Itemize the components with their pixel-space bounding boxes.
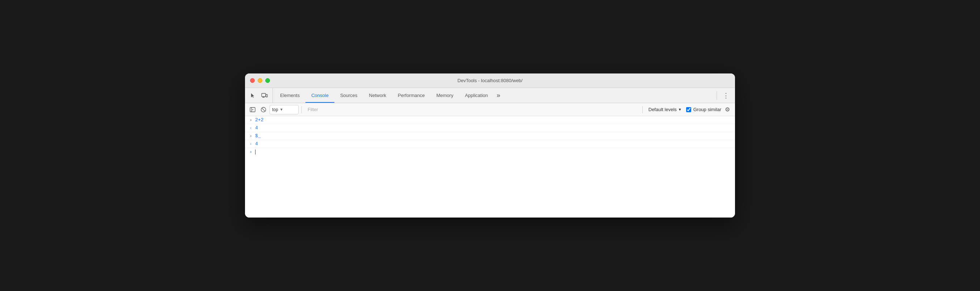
prompt-icon: › [248, 150, 254, 154]
tabbar-right: ⋮ [715, 88, 732, 103]
sidebar-toggle-button[interactable] [248, 105, 257, 114]
chevron-left-icon-2: ‹ [248, 142, 254, 146]
context-selector-arrow: ▼ [280, 108, 283, 111]
console-entry-4: ‹ 4 [245, 140, 735, 148]
tab-bar: Elements Console Sources Network Perform… [245, 88, 735, 103]
toolbar-separator-1 [301, 106, 302, 113]
tab-network[interactable]: Network [363, 88, 392, 103]
console-input-line: › [245, 148, 735, 156]
console-entry-3: › $_ [245, 132, 735, 140]
tab-sources[interactable]: Sources [334, 88, 363, 103]
tab-console[interactable]: Console [305, 88, 334, 103]
chevron-left-icon-1: ‹ [248, 126, 254, 130]
maximize-button[interactable] [265, 78, 270, 83]
tabs: Elements Console Sources Network Perform… [274, 88, 715, 103]
chevron-right-icon-2: › [248, 134, 254, 138]
devtools-window: DevTools - localhost:8080/web/ Elements [245, 73, 735, 218]
toolbar-separator-2 [642, 106, 643, 113]
tab-application[interactable]: Application [459, 88, 494, 103]
console-text-2: 4 [255, 125, 258, 130]
traffic-lights [250, 78, 270, 83]
cursor-icon[interactable] [248, 91, 258, 101]
tab-performance[interactable]: Performance [392, 88, 430, 103]
console-entry-2: ‹ 4 [245, 124, 735, 132]
console-text-1: 2+2 [255, 117, 264, 123]
devtools-menu-button[interactable]: ⋮ [720, 92, 732, 100]
console-input-cursor[interactable] [255, 149, 256, 155]
minimize-button[interactable] [258, 78, 262, 83]
titlebar: DevTools - localhost:8080/web/ [245, 73, 735, 88]
cursor-blink [255, 149, 256, 154]
svg-rect-1 [266, 94, 267, 97]
console-entry-1: › 2+2 [245, 116, 735, 124]
svg-line-8 [262, 108, 265, 111]
group-similar-label: Group similar [694, 107, 721, 112]
group-similar-checkbox[interactable] [686, 107, 691, 112]
console-text-3: $_ [255, 133, 261, 138]
levels-arrow-icon: ▼ [678, 108, 682, 111]
vertical-divider [716, 91, 717, 100]
group-similar-control: Group similar [686, 107, 721, 112]
more-tabs-button[interactable]: » [494, 88, 503, 103]
svg-rect-0 [262, 93, 266, 97]
tab-memory[interactable]: Memory [431, 88, 459, 103]
chevron-right-icon-1: › [248, 118, 254, 122]
close-button[interactable] [250, 78, 255, 83]
svg-marker-6 [253, 109, 254, 110]
window-title: DevTools - localhost:8080/web/ [457, 78, 523, 83]
console-settings-button[interactable]: ⚙ [723, 105, 732, 114]
tab-elements[interactable]: Elements [274, 88, 305, 103]
console-toolbar: top ▼ Default levels ▼ Group similar ⚙ [245, 103, 735, 116]
console-content: › 2+2 ‹ 4 › $_ ‹ 4 › [245, 116, 735, 218]
context-selector[interactable]: top ▼ [270, 105, 299, 114]
filter-input[interactable] [305, 107, 640, 112]
log-levels-selector[interactable]: Default levels ▼ [646, 107, 685, 112]
devtools-icons [248, 88, 273, 103]
clear-console-button[interactable] [259, 105, 268, 114]
responsive-icon[interactable] [259, 91, 270, 101]
console-text-4: 4 [255, 141, 258, 146]
